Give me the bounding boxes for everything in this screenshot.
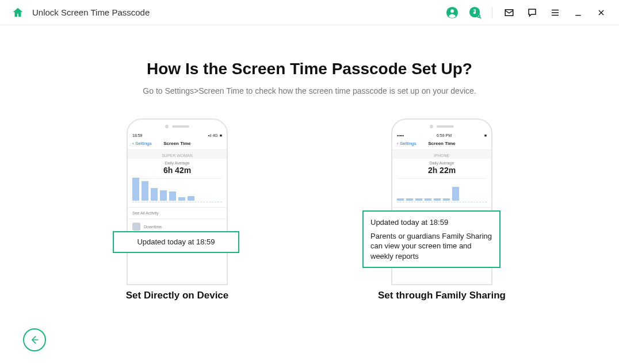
home-icon[interactable]: [12, 6, 24, 19]
option-direct-on-device[interactable]: 18:59 •ıl 4G■ ‹ Settings Screen Time SUP…: [102, 118, 252, 301]
phone-b-time: 6:59 PM: [437, 133, 452, 137]
page-subtitle: Go to Settings>Screen Time to check how …: [23, 86, 596, 95]
menu-icon[interactable]: [549, 6, 561, 19]
callout-b: Updated today at 18:59 Parents or guardi…: [362, 210, 500, 268]
phone-b-daily-value: 2h 22m: [397, 166, 487, 175]
app-title: Unlock Screen Time Passcode: [32, 7, 150, 17]
minimize-icon[interactable]: [572, 6, 584, 19]
page-title: How Is the Screen Time Passcode Set Up?: [23, 60, 596, 78]
phone-b-daily-label: Daily Average: [397, 161, 487, 165]
phone-a-back: ‹ Settings: [132, 141, 152, 146]
mail-icon[interactable]: [503, 6, 515, 19]
phone-a-section: SUPER WOMAN: [128, 150, 227, 159]
feedback-icon[interactable]: [526, 6, 538, 19]
option-a-label: Set Directly on Device: [126, 290, 229, 301]
account-icon[interactable]: [446, 6, 458, 19]
close-icon[interactable]: [595, 6, 607, 19]
phone-a-daily-label: Daily Average: [132, 161, 222, 165]
phone-a-daily-value: 6h 42m: [132, 166, 222, 175]
options-row: 18:59 •ıl 4G■ ‹ Settings Screen Time SUP…: [23, 118, 596, 301]
app-header: Unlock Screen Time Passcode: [0, 0, 619, 25]
svg-point-3: [477, 14, 480, 17]
phone-a-time: 18:59: [132, 133, 143, 137]
phone-a-chart: [132, 178, 222, 202]
phone-b-back: ‹ Settings: [397, 141, 417, 146]
svg-line-4: [480, 17, 481, 18]
svg-point-1: [450, 9, 454, 13]
phone-b-chart: [397, 178, 487, 202]
phone-b-section: iPHONE: [392, 150, 491, 159]
callout-a: Updated today at 18:59: [113, 231, 239, 253]
main-content: How Is the Screen Time Passcode Set Up? …: [0, 25, 619, 301]
phone-preview-b: ••••• 6:59 PM ■ ‹ Settings Screen Time i…: [379, 118, 505, 274]
divider: [492, 7, 492, 18]
phone-b-nav-title: Screen Time: [428, 141, 455, 146]
phone-a-nav-title: Screen Time: [163, 141, 190, 146]
option-b-label: Set through Family Sharing: [378, 290, 506, 301]
option-family-sharing[interactable]: ••••• 6:59 PM ■ ‹ Settings Screen Time i…: [367, 118, 517, 301]
music-search-icon[interactable]: [469, 6, 482, 19]
back-button[interactable]: [23, 328, 46, 351]
phone-preview-a: 18:59 •ıl 4G■ ‹ Settings Screen Time SUP…: [114, 118, 240, 274]
